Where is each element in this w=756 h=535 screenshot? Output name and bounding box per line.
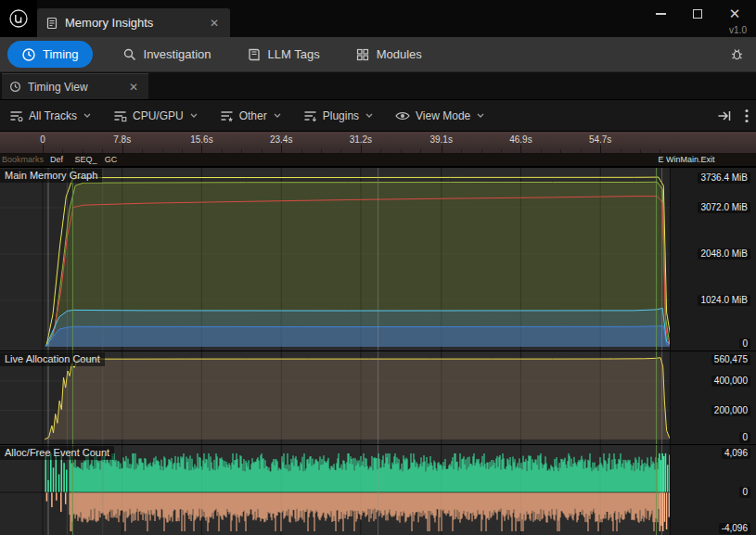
graph-tracks: 3736.4 MiB3072.0 MiB2048.0 MiB1024.0 MiB…: [0, 167, 756, 535]
investigation-icon: [122, 47, 137, 62]
y-axis-label: 400,000: [711, 376, 750, 387]
unreal-engine-logo[interactable]: [0, 0, 37, 37]
eye-icon: [395, 110, 410, 121]
tab-timing[interactable]: Timing: [7, 41, 93, 68]
version-label: v1.0: [729, 25, 747, 35]
ruler-minor-tick: [340, 149, 341, 153]
ruler-tick: [600, 145, 601, 153]
ruler-minor-tick: [262, 149, 263, 153]
app-tab-close-icon[interactable]: ✕: [207, 17, 222, 30]
minimize-button[interactable]: [647, 4, 674, 24]
ruler-minor-tick: [501, 149, 502, 153]
tab-timing-label: Timing: [43, 47, 79, 61]
view-mode-menu[interactable]: View Mode: [395, 109, 484, 122]
chevron-down-icon: [190, 113, 198, 118]
clock-icon: [9, 81, 21, 93]
filter-all-tracks[interactable]: All Tracks: [9, 109, 91, 122]
filter-plugins-label: Plugins: [323, 109, 359, 122]
ruler-minor-tick: [461, 149, 462, 153]
ruler-minor-tick: [481, 149, 482, 153]
ruler-minor-tick: [560, 149, 561, 153]
track-alloc-free-event-count: 4,0960-4,096 Alloc/Free Event Count: [0, 444, 756, 535]
ruler-tick-label: 15.6s: [190, 134, 212, 145]
clock-icon: [21, 47, 36, 62]
filter-other[interactable]: Other: [220, 109, 281, 122]
y-axis-label: 1024.0 MiB: [698, 295, 750, 306]
y-axis-label: 2048.0 MiB: [698, 248, 750, 260]
alloc-free-event-count-axis: 4,0960-4,096: [670, 445, 756, 535]
y-axis-label: 3736.4 MiB: [698, 172, 750, 184]
ruler-tick: [43, 145, 44, 153]
memory-insights-window: Memory Insights ✕ ✕ v1.0 Timing Investig…: [0, 0, 756, 535]
time-marker-label: Def: [50, 155, 63, 164]
title-bar: Memory Insights ✕ ✕ v1.0: [0, 0, 756, 37]
main-memory-graph-plot[interactable]: [0, 168, 670, 350]
ruler-minor-tick: [62, 149, 63, 153]
ruler-tick: [361, 145, 362, 153]
view-mode-label: View Mode: [416, 109, 470, 122]
tab-investigation[interactable]: Investigation: [117, 41, 217, 68]
tab-llm-tags[interactable]: LLM Tags: [241, 41, 326, 68]
ruler-tick-label: 7.8s: [113, 134, 131, 145]
filter-cpu-gpu-label: CPU/GPU: [133, 109, 184, 122]
ruler-minor-tick: [182, 149, 183, 153]
ruler-minor-tick: [660, 149, 660, 153]
filter-plugins[interactable]: Plugins: [303, 109, 373, 122]
track-live-allocation-count: 560,475400,000200,0000 Live Allocation C…: [0, 350, 756, 444]
scroll-to-end-icon[interactable]: [717, 109, 732, 122]
ruler-minor-tick: [222, 149, 223, 153]
ruler-tick: [201, 145, 202, 153]
ruler-tick: [281, 145, 282, 153]
ruler-tick-label: 54.7s: [589, 134, 611, 145]
ruler-minor-tick: [321, 149, 322, 153]
track-title: Alloc/Free Event Count: [0, 446, 114, 460]
time-markers-row[interactable]: Bookmarks DefSEQ_GCE WinMain.Exit: [0, 154, 756, 167]
main-memory-graph-axis: 3736.4 MiB3072.0 MiB2048.0 MiB1024.0 MiB…: [670, 168, 756, 350]
ruler-tick: [520, 145, 521, 153]
chevron-down-icon: [83, 113, 91, 118]
y-axis-label: 200,000: [711, 405, 750, 416]
ruler-minor-tick: [380, 149, 381, 153]
live-allocation-count-axis: 560,475400,000200,0000: [670, 351, 756, 444]
bookmarks-label: Bookmarks: [2, 155, 44, 164]
chevron-down-icon: [477, 113, 484, 118]
main-toolbar: Timing Investigation LLM Tags Modules: [0, 37, 756, 72]
ruler-minor-tick: [401, 149, 402, 153]
app-tab-label: Memory Insights: [65, 16, 200, 30]
y-axis-label: 3072.0 MiB: [698, 202, 750, 213]
y-axis-label: 0: [739, 487, 750, 498]
tab-modules-label: Modules: [377, 47, 422, 61]
y-axis-label: 4,096: [722, 448, 750, 459]
ruler-minor-tick: [83, 149, 83, 153]
filter-cpu-gpu[interactable]: CPU/GPU: [113, 109, 198, 122]
y-axis-label: 0: [739, 338, 750, 350]
cpu-gpu-filter-icon: [113, 109, 127, 122]
y-axis-label: 0: [739, 432, 750, 443]
plugins-filter-icon: [303, 109, 317, 122]
book-icon: [247, 47, 262, 62]
filter-other-label: Other: [239, 109, 267, 122]
ruler-minor-tick: [420, 149, 421, 153]
kebab-menu-icon[interactable]: [745, 108, 749, 123]
maximize-button[interactable]: [684, 4, 711, 24]
ruler-tick-label: 39.1s: [429, 134, 452, 145]
ruler-tick-label: 46.9s: [509, 134, 532, 145]
doc-tab-timing-view[interactable]: Timing View ✕: [2, 73, 148, 99]
doc-tab-close-icon[interactable]: ✕: [126, 81, 141, 94]
ruler-minor-tick: [640, 149, 641, 153]
ruler-tick-label: 31.2s: [350, 134, 372, 145]
bug-icon[interactable]: [729, 46, 745, 62]
tab-modules[interactable]: Modules: [350, 41, 428, 68]
ruler-tick: [442, 145, 442, 153]
app-tab-memory-insights[interactable]: Memory Insights ✕: [37, 8, 230, 37]
ruler-minor-tick: [102, 149, 103, 153]
y-axis-label: -4,096: [719, 523, 750, 534]
track-main-memory-graph: 3736.4 MiB3072.0 MiB2048.0 MiB1024.0 MiB…: [0, 167, 756, 350]
ruler-minor-tick: [142, 149, 143, 153]
close-button[interactable]: ✕: [721, 4, 749, 24]
ruler-minor-tick: [541, 149, 542, 153]
time-ruler[interactable]: 07.8s15.6s23.4s31.2s39.1s46.9s54.7s: [0, 132, 756, 154]
doc-tab-row: Timing View ✕: [0, 72, 756, 100]
doc-tab-label: Timing View: [28, 81, 120, 94]
tab-investigation-label: Investigation: [144, 47, 211, 61]
